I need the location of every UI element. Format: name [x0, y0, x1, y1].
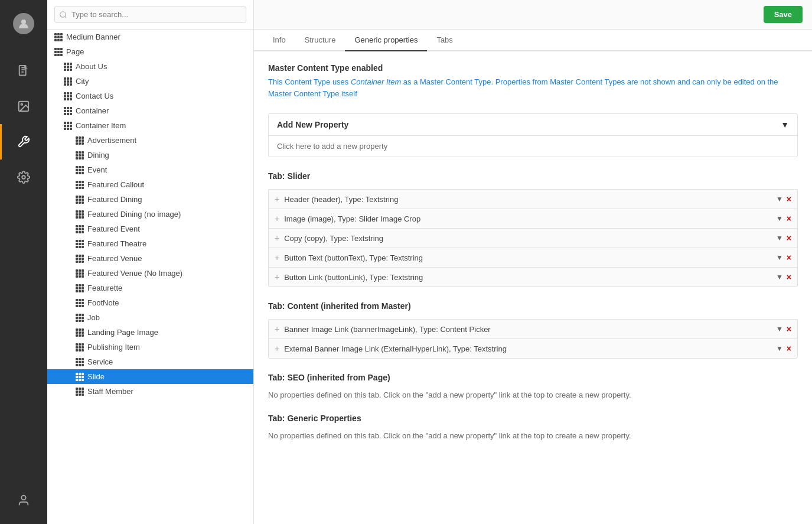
delete-property-button[interactable]: × [787, 253, 791, 262]
document-nav-item[interactable] [0, 53, 47, 89]
svg-line-7 [65, 16, 67, 18]
expand-icon[interactable]: + [275, 272, 279, 282]
document-icon [17, 64, 30, 77]
sidebar-item-label: Job [87, 313, 100, 322]
chevron-down-icon[interactable]: ▼ [776, 195, 783, 203]
grid-icon [76, 181, 84, 189]
chevron-down-icon[interactable]: ▼ [776, 344, 783, 353]
sidebar: Medium BannerPageAbout UsCityContact UsC… [47, 0, 254, 524]
add-property-body[interactable]: Click here to add a new property [269, 135, 797, 157]
sidebar-item[interactable]: Dining [47, 148, 253, 162]
delete-property-button[interactable]: × [787, 272, 791, 282]
sidebar-item[interactable]: Publishing Item [47, 340, 253, 354]
tab-slider-header: Tab: Slider [268, 171, 798, 184]
avatar-item[interactable] [0, 6, 47, 41]
sidebar-item[interactable]: Medium Banner [47, 30, 253, 44]
tab-info[interactable]: Info [263, 30, 295, 51]
grid-icon [64, 92, 72, 100]
sidebar-item[interactable]: Contact Us [47, 89, 253, 103]
person-nav-item[interactable] [0, 483, 47, 518]
delete-property-button[interactable]: × [787, 194, 791, 204]
sidebar-item[interactable]: Featured Dining (no image) [47, 207, 253, 222]
sidebar-item[interactable]: Container Item [47, 118, 253, 133]
sidebar-item[interactable]: Job [47, 310, 253, 325]
sidebar-item-label: Featured Event [87, 224, 140, 233]
sidebar-item[interactable]: Featurette [47, 281, 253, 295]
expand-icon[interactable]: + [275, 253, 279, 262]
image-icon [17, 100, 30, 113]
chevron-down-icon[interactable]: ▼ [776, 234, 783, 242]
property-label: Button Link (buttonLink), Type: Textstri… [284, 273, 776, 282]
chevron-down-icon[interactable]: ▼ [776, 273, 783, 281]
expand-icon[interactable]: + [275, 214, 279, 223]
sidebar-item[interactable]: Event [47, 162, 253, 177]
sidebar-item[interactable]: Landing Page Image [47, 325, 253, 340]
image-nav-item[interactable] [0, 89, 47, 124]
tab-content-properties: +Banner Image Link (bannerImageLink), Ty… [268, 319, 798, 359]
sidebar-item-label: Staff Member [87, 387, 133, 396]
svg-point-5 [21, 496, 25, 500]
grid-icon [54, 48, 63, 56]
sidebar-item-label: Advertisement [87, 136, 136, 145]
chevron-down-icon[interactable]: ▼ [776, 253, 783, 262]
sidebar-item-label: Featured Callout [87, 180, 144, 189]
property-label: Header (header), Type: Textstring [284, 195, 776, 204]
svg-point-0 [21, 19, 26, 24]
expand-icon[interactable]: + [275, 233, 279, 243]
delete-property-button[interactable]: × [787, 324, 791, 334]
grid-icon [76, 240, 84, 248]
expand-icon[interactable]: + [275, 324, 279, 334]
sidebar-item-label: Featured Dining (no image) [87, 210, 181, 219]
gear-icon [17, 171, 30, 184]
sidebar-tree: Medium BannerPageAbout UsCityContact UsC… [47, 30, 253, 524]
tab-generic-header: Tab: Generic Properties [268, 414, 798, 427]
add-property-chevron: ▼ [781, 120, 789, 129]
tabs-bar: InfoStructureGeneric propertiesTabs [254, 30, 812, 51]
delete-property-button[interactable]: × [787, 233, 791, 243]
tab-seo-note: No properties defined on this tab. Click… [268, 390, 798, 399]
expand-icon[interactable]: + [275, 194, 279, 204]
delete-property-button[interactable]: × [787, 344, 791, 353]
sidebar-item[interactable]: Featured Event [47, 222, 253, 236]
sidebar-item[interactable]: Featured Theatre [47, 236, 253, 251]
sidebar-item[interactable]: City [47, 74, 253, 89]
sidebar-item[interactable]: Featured Callout [47, 177, 253, 192]
chevron-down-icon[interactable]: ▼ [776, 325, 783, 333]
sidebar-item[interactable]: Staff Member [47, 384, 253, 399]
sidebar-item-label: Event [87, 165, 107, 174]
grid-icon [76, 343, 84, 351]
grid-icon [64, 77, 72, 86]
sidebar-item-label: About Us [76, 62, 107, 71]
property-row: +Banner Image Link (bannerImageLink), Ty… [268, 319, 798, 339]
sidebar-item[interactable]: Service [47, 354, 253, 369]
tab-generic-properties[interactable]: Generic properties [345, 30, 427, 51]
sidebar-item-label: Slide [87, 372, 105, 381]
sidebar-item[interactable]: Slide [47, 369, 253, 384]
settings-nav-item[interactable] [0, 124, 47, 160]
tab-structure[interactable]: Structure [295, 30, 345, 51]
master-desc-text1: This Content Type uses [268, 77, 348, 86]
sidebar-item-label: Featured Venue (No Image) [87, 269, 182, 278]
sidebar-item[interactable]: About Us [47, 59, 253, 74]
delete-property-button[interactable]: × [787, 214, 791, 223]
save-button[interactable]: Save [764, 6, 803, 23]
sidebar-item[interactable]: Page [47, 44, 253, 59]
gear-nav-item[interactable] [0, 160, 47, 195]
search-input[interactable] [54, 6, 246, 23]
grid-icon [76, 136, 84, 145]
chevron-down-icon[interactable]: ▼ [776, 214, 783, 223]
add-property-header[interactable]: Add New Property ▼ [269, 114, 797, 135]
sidebar-item[interactable]: Advertisement [47, 133, 253, 148]
sidebar-item[interactable]: Featured Venue (No Image) [47, 266, 253, 281]
expand-icon[interactable]: + [275, 344, 279, 353]
sidebar-item[interactable]: Featured Dining [47, 192, 253, 207]
tab-tabs[interactable]: Tabs [427, 30, 462, 51]
sidebar-item[interactable]: Featured Venue [47, 251, 253, 266]
sidebar-item[interactable]: FootNote [47, 295, 253, 310]
grid-icon [76, 314, 84, 322]
add-property-title: Add New Property [277, 120, 348, 129]
sidebar-item-label: Service [87, 357, 113, 366]
svg-point-4 [22, 175, 25, 179]
sidebar-item[interactable]: Container [47, 103, 253, 118]
grid-icon [76, 196, 84, 204]
